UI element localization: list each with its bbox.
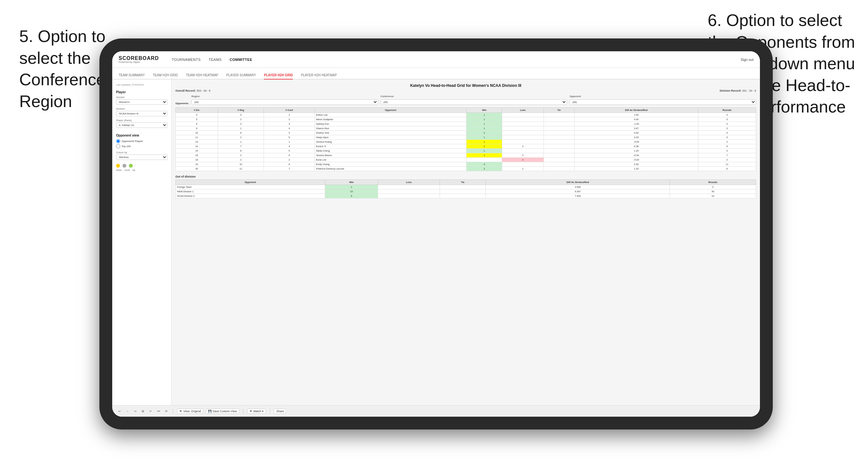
- logo-sub: Powered by clippd: [119, 61, 159, 63]
- view-icon: 👁: [179, 410, 182, 413]
- player-section-title: Player: [116, 90, 167, 94]
- th-win: Win: [467, 108, 502, 113]
- ood-th-tie: Tie: [440, 180, 486, 185]
- dot-level: [123, 164, 126, 168]
- colour-labels: Down Level Up: [116, 169, 167, 171]
- nav-teams[interactable]: TEAMS: [209, 56, 222, 63]
- radio-opponents-played[interactable]: Opponents Played: [116, 139, 167, 143]
- colour-by-label: Colour by: [116, 151, 167, 154]
- opponent-label: Opponent: [569, 95, 756, 98]
- filters-row: Opponents: Region (All) Conference (All): [176, 95, 756, 105]
- ood-th-opponent: Opponent: [176, 180, 325, 185]
- view-original-btn[interactable]: 👁 View: Original: [177, 409, 203, 414]
- table-row: 10: [176, 131, 218, 135]
- view-label: View: Original: [183, 410, 201, 413]
- table-row: 20: [176, 167, 218, 171]
- main-content: Last Updated: 27/03/2024 Player Gender W…: [112, 80, 760, 405]
- opponent-filter: Opponent (All): [569, 95, 756, 105]
- divider-2: [243, 409, 243, 414]
- player-rank-select[interactable]: 8. Katelyn Vo: [116, 122, 167, 128]
- th-diff: Diff Av Strokes/Rnd: [575, 108, 698, 113]
- ood-th-loss: Loss: [378, 180, 440, 185]
- last-updated: Last Updated: 27/03/2024: [116, 83, 167, 87]
- division-select[interactable]: NCAA Division III: [116, 111, 167, 116]
- watch-label: Watch ▾: [253, 410, 264, 413]
- th-loss: Loss: [502, 108, 544, 113]
- dot-btn[interactable]: •••: [156, 409, 161, 413]
- table-row: 18: [176, 158, 218, 162]
- tab-player-h2h-heatmap[interactable]: PLAYER H2H HEATMAP: [301, 71, 337, 80]
- share-label: Share: [276, 410, 284, 413]
- redo-btn[interactable]: ↪: [133, 409, 138, 413]
- table-row: 13: [176, 140, 218, 144]
- nav-items: TOURNAMENTS TEAMS COMMITTEE: [172, 56, 252, 63]
- radio-top100[interactable]: Top 100: [116, 144, 167, 148]
- tablet-device: SCOREBOARD Powered by clippd TOURNAMENTS…: [99, 38, 773, 430]
- refresh-btn[interactable]: ⟳: [164, 409, 169, 413]
- save-icon: 💾: [208, 410, 212, 413]
- conference-filter: Conference (All): [381, 95, 567, 105]
- th-tie: Tie: [544, 108, 574, 113]
- table-row: 6: [176, 122, 218, 126]
- opponent-view-title: Opponent view: [116, 134, 167, 137]
- overall-record: Overall Record: 353 - 34 - 6: [176, 89, 210, 92]
- dot-up: [129, 164, 133, 168]
- sidebar: Last Updated: 27/03/2024 Player Gender W…: [112, 80, 172, 405]
- th-conf: # Conf: [264, 108, 315, 113]
- dot-down: [116, 164, 120, 168]
- region-label: Region: [191, 95, 378, 98]
- opponent-select[interactable]: (All): [569, 99, 756, 105]
- gender-label: Gender: [116, 96, 167, 99]
- undo-btn[interactable]: ↩: [117, 409, 122, 413]
- conference-label: Conference: [381, 95, 567, 98]
- out-of-division-table: Opponent Win Loss Tie Diff Av Strokes/Rn…: [176, 180, 756, 198]
- region-filter: Region (All): [191, 95, 378, 105]
- conference-select[interactable]: (All): [381, 99, 567, 105]
- table-row: 11: [176, 135, 218, 140]
- ood-th-win: Win: [325, 180, 378, 185]
- gender-select[interactable]: Women's: [116, 99, 167, 105]
- watch-icon: 👁: [249, 410, 252, 413]
- label-level: Level: [124, 169, 130, 171]
- division-label: Division: [116, 107, 167, 110]
- label-up: Up: [132, 169, 135, 171]
- table-row: 9: [176, 126, 218, 131]
- share-btn[interactable]: Share: [274, 409, 286, 414]
- nav-committee[interactable]: COMMITTEE: [229, 56, 252, 63]
- tablet-screen: SCOREBOARD Powered by clippd TOURNAMENTS…: [112, 51, 760, 417]
- divider-1: [173, 409, 173, 414]
- opponent-view-radios: Opponents Played Top 100: [116, 139, 167, 148]
- logo-area: SCOREBOARD Powered by clippd: [119, 56, 159, 63]
- sub-nav: TEAM SUMMARY TEAM H2H GRID TEAM H2H HEAT…: [112, 68, 760, 80]
- save-label: Save Custom View: [213, 410, 237, 413]
- colour-by-select[interactable]: Win/loss: [116, 155, 167, 160]
- tab-player-summary[interactable]: PLAYER SUMMARY: [226, 71, 256, 80]
- table-row: 15: [176, 149, 218, 153]
- cut-btn[interactable]: ✂: [148, 409, 153, 413]
- opponents-label: Opponents:: [176, 102, 189, 105]
- ood-th-diff: Diff Av Strokes/Rnd: [486, 180, 670, 185]
- label-down: Down: [116, 169, 122, 171]
- tab-team-h2h-grid[interactable]: TEAM H2H GRID: [153, 71, 178, 80]
- table-row: 5: [176, 117, 218, 122]
- tab-team-summary[interactable]: TEAM SUMMARY: [119, 71, 145, 80]
- tab-team-h2h-heatmap[interactable]: TEAM H2H HEATMAP: [186, 71, 218, 80]
- division-record: Division Record: 331 - 34 - 6: [720, 89, 756, 92]
- region-select[interactable]: (All): [191, 99, 378, 105]
- grid-btn[interactable]: ⊞: [141, 409, 146, 413]
- ood-th-rounds: Rounds: [670, 180, 756, 185]
- sign-out-link[interactable]: Sign out: [741, 58, 753, 62]
- save-custom-view-btn[interactable]: 💾 Save Custom View: [206, 409, 239, 414]
- bottom-toolbar: ↩ ← ↪ ⊞ ✂ ••• ⟳ 👁 View: Original 💾 Save …: [112, 405, 760, 417]
- back-btn[interactable]: ←: [125, 409, 130, 413]
- data-panel: Katelyn Vo Head-to-Head Grid for Women's…: [172, 80, 760, 405]
- nav-tournaments[interactable]: TOURNAMENTS: [172, 56, 201, 63]
- tab-player-h2h-grid[interactable]: PLAYER H2H GRID: [264, 71, 293, 80]
- app-header: SCOREBOARD Powered by clippd TOURNAMENTS…: [112, 51, 760, 68]
- logo-text: SCOREBOARD: [119, 56, 159, 61]
- records-row: Overall Record: 353 - 34 - 6 Division Re…: [176, 89, 756, 92]
- panel-title: Katelyn Vo Head-to-Head Grid for Women's…: [176, 83, 756, 88]
- main-data-table: # Div # Reg # Conf Opponent Win Loss Tie…: [176, 107, 756, 171]
- watch-btn[interactable]: 👁 Watch ▾: [247, 409, 266, 414]
- th-rounds: Rounds: [698, 108, 756, 113]
